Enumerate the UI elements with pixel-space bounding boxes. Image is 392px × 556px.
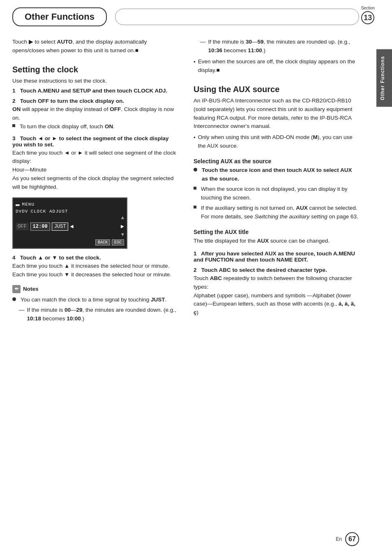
notes-title: ✏ Notes [12, 285, 178, 293]
left-column: Touch ▶ to select AUTO, and the display … [12, 30, 189, 329]
step-3: 3 Touch ◄ or ► to select the segment of … [12, 135, 178, 192]
step-2-body: ON will appear in the display instead of… [12, 105, 178, 123]
aux-step-2-title: 2 Touch ABC to select the desired charac… [194, 267, 359, 273]
screen-tri-left: ◄ [70, 223, 73, 230]
step-3-title: 3 Touch ◄ or ► to select the segment of … [12, 135, 178, 148]
step-4: 4 Touch ▲ or ▼ to set the clock. Each ti… [12, 255, 178, 279]
step-2-bullet: To turn the clock display off, touch ON. [12, 123, 178, 131]
screen-menu-label: MENU [22, 202, 35, 207]
note-dash-1: — If the minute is 00—29, the minutes ar… [19, 306, 178, 323]
section-num: 13 [361, 11, 374, 24]
note-bullet-1: You can match the clock to a time signal… [12, 296, 178, 304]
screen-off-label: OFF [16, 223, 29, 230]
right-bullet-1: • Even when the sources are off, the clo… [194, 58, 359, 75]
section-badge: Section 13 [361, 6, 375, 24]
main-content: Touch ▶ to select AUTO, and the display … [0, 30, 392, 329]
step-4-title: 4 Touch ▲ or ▼ to set the clock. [12, 255, 178, 261]
rnd-bullet-icon [12, 297, 16, 301]
screen-time-val: 12:00 [30, 222, 50, 231]
screen-time-row: OFF 12:00 JUST ◄ ► [16, 222, 124, 231]
aux-step-2: 2 Touch ABC to select the desired charac… [194, 267, 359, 317]
right-intro: — If the minute is 30—59, the minutes ar… [194, 38, 359, 75]
aux-source-heading: Using the AUX source [194, 85, 359, 94]
screen-menu-row: ▬ MENU [16, 201, 124, 208]
footer-page-num: 67 [345, 532, 359, 546]
rnd-bullet-icon-2 [194, 168, 197, 171]
step-3-body: Each time you touch ◄ or ► it will selec… [12, 149, 178, 192]
page-footer: En 67 [0, 532, 392, 546]
sq-bullet-icon-3 [194, 206, 196, 208]
sq-bullet-icon-2 [194, 187, 196, 190]
aux-source-body: An IP-BUS-RCA Interconnector such as the… [194, 97, 359, 131]
right-column: — If the minute is 30—59, the minutes ar… [189, 30, 359, 329]
setting-clock-heading: Setting the clock [12, 65, 178, 74]
step-4-body: Each time you touch ▲ it increases the s… [12, 262, 178, 279]
screen-esc-btn: ESC [112, 239, 124, 246]
screen-back-btn: BACK [95, 239, 110, 246]
selecting-aux-heading: Selecting AUX as the source [194, 158, 359, 164]
screen-clock-adj-label: CLOCK ADJUST [30, 209, 68, 214]
aux-title-intro: The title displayed for the AUX source c… [194, 237, 359, 246]
top-header: Other Functions [0, 0, 392, 26]
notes-box: ✏ Notes You can match the clock to a tim… [12, 285, 178, 323]
step-2: 2 Touch OFF to turn the clock display on… [12, 98, 178, 131]
notes-label: Notes [23, 286, 39, 292]
page-title: Other Functions [12, 7, 107, 26]
selecting-aux-item-1: When the source icon is not displayed, y… [194, 185, 359, 202]
screen-tri-right: ► [121, 223, 124, 230]
aux-title-heading: Setting the AUX title [194, 229, 359, 235]
notes-icon: ✏ [12, 285, 21, 293]
aux-step-1-title: 1 After you have selected AUX as the sou… [194, 250, 359, 263]
screen-dvdv-label: DVDV [16, 209, 28, 214]
side-tab: Other Functions [376, 49, 392, 107]
aux-step-2-body: Touch ABC repeatedly to switch between t… [194, 274, 359, 317]
page: Section 13 Other Functions Other Functio… [0, 0, 392, 556]
selecting-aux-main-bullet: Touch the source icon and then touch AUX… [194, 166, 359, 183]
screen-clock-row-label: DVDV CLOCK ADJUST [16, 209, 124, 214]
aux-source-bullet: • Only when using this unit with ADD-ON … [194, 133, 359, 151]
step-1-title: 1 Touch A.MENU and SETUP and then touch … [12, 88, 178, 94]
footer-en-label: En [336, 536, 342, 542]
section-label: Section [361, 6, 375, 10]
aux-step-1: 1 After you have selected AUX as the sou… [194, 250, 359, 263]
selecting-aux-item-2: If the auxiliary setting is not turned o… [194, 204, 359, 221]
screen-nav-row: BACK ESC [16, 239, 124, 246]
screen-just-btn: JUST [52, 222, 69, 231]
right-dash-1: — If the minute is 30—59, the minutes ar… [200, 38, 359, 55]
sq-bullet-icon [12, 124, 15, 127]
setting-clock-intro: Use these instructions to set the clock. [12, 77, 178, 86]
step-1: 1 Touch A.MENU and SETUP and then touch … [12, 88, 178, 94]
intro-paragraph: Touch ▶ to select AUTO, and the display … [12, 38, 178, 55]
step-2-title: 2 Touch OFF to turn the clock display on… [12, 98, 178, 104]
device-screen: ▬ MENU DVDV CLOCK ADJUST ▲ OFF 12:00 JUS… [12, 197, 127, 249]
header-right-box [115, 9, 359, 25]
